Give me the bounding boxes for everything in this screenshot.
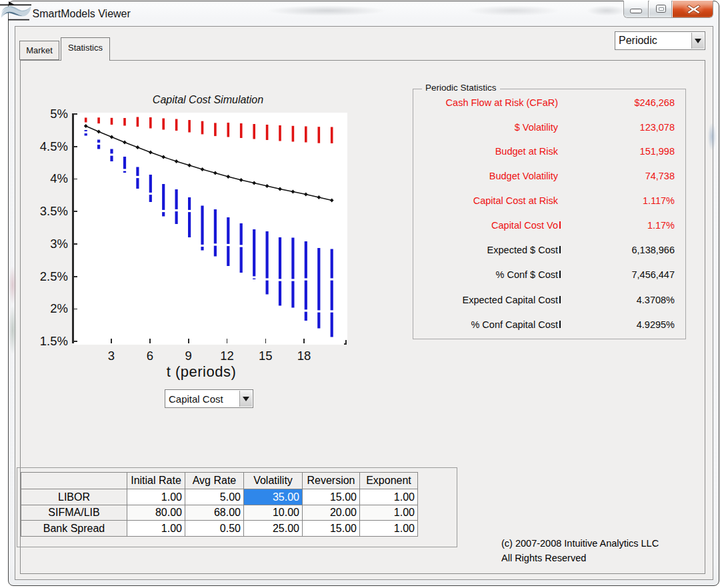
svg-text:SmartModels Viewer: SmartModels Viewer <box>33 8 131 19</box>
